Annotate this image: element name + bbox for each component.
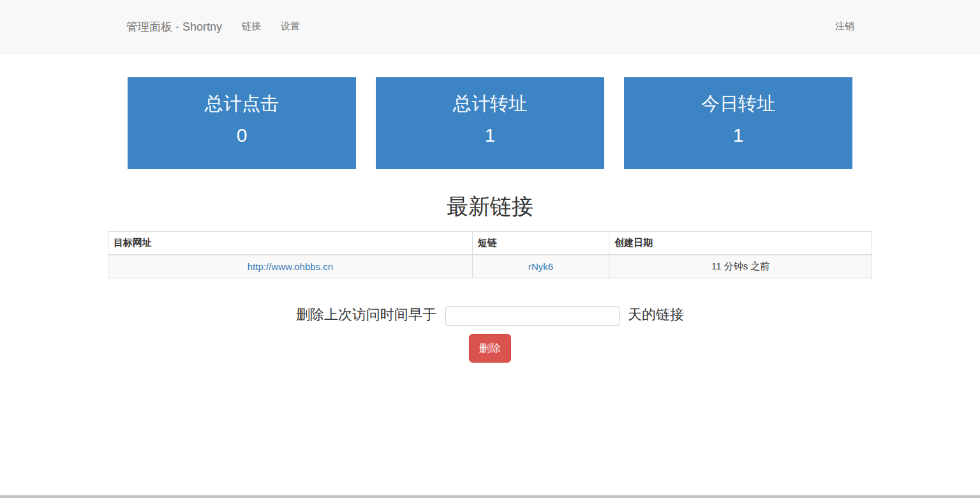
stat-title: 今日转址 — [624, 94, 852, 114]
main-content: 总计点击 0 总计转址 1 今日转址 1 最新链接 目标网址 短链 创建日期 h… — [108, 77, 872, 363]
stat-value: 0 — [128, 124, 356, 146]
stat-card-total-redirects: 总计转址 1 — [376, 77, 604, 169]
stat-value: 1 — [624, 124, 852, 146]
table-header-row: 目标网址 短链 创建日期 — [108, 232, 872, 255]
target-url-link[interactable]: http://www.ohbbs.cn — [248, 261, 333, 272]
cell-target-url: http://www.ohbbs.cn — [108, 255, 473, 278]
short-code-link[interactable]: rNyk6 — [528, 261, 553, 272]
column-header-target-url: 目标网址 — [108, 232, 473, 255]
days-input[interactable] — [445, 306, 620, 326]
stat-title: 总计点击 — [128, 94, 356, 114]
logout-link[interactable]: 注销 — [835, 20, 854, 33]
stat-card-total-clicks: 总计点击 0 — [128, 77, 356, 169]
stat-title: 总计转址 — [376, 94, 604, 114]
table-row: http://www.ohbbs.cn rNyk6 11 分钟s 之前 — [108, 255, 872, 278]
column-header-created-date: 创建日期 — [609, 232, 872, 255]
navbar-inner: 管理面板 - Shortny 链接 设置 注销 — [108, 0, 872, 53]
brand-link[interactable]: 管理面板 - Shortny — [126, 19, 222, 34]
cell-created-date: 11 分钟s 之前 — [609, 255, 872, 278]
navbar: 管理面板 - Shortny 链接 设置 注销 — [0, 0, 980, 54]
bottom-edge — [0, 495, 980, 498]
cleanup-form: 删除上次访问时间早于 天的链接 — [108, 305, 872, 326]
nav-item-settings[interactable]: 设置 — [281, 20, 300, 33]
delete-button[interactable]: 删除 — [469, 334, 511, 363]
button-row: 删除 — [108, 334, 872, 363]
links-table: 目标网址 短链 创建日期 http://www.ohbbs.cn rNyk6 1… — [108, 231, 872, 278]
stat-value: 1 — [376, 124, 604, 146]
cleanup-label-after: 天的链接 — [628, 306, 684, 322]
cell-short-link: rNyk6 — [472, 255, 609, 278]
cleanup-label-before: 删除上次访问时间早于 — [296, 306, 436, 322]
latest-links-title: 最新链接 — [108, 192, 872, 222]
nav-item-links[interactable]: 链接 — [242, 20, 261, 33]
stat-card-today-redirects: 今日转址 1 — [624, 77, 852, 169]
stats-row: 总计点击 0 总计转址 1 今日转址 1 — [108, 77, 872, 169]
column-header-short-link: 短链 — [472, 232, 609, 255]
